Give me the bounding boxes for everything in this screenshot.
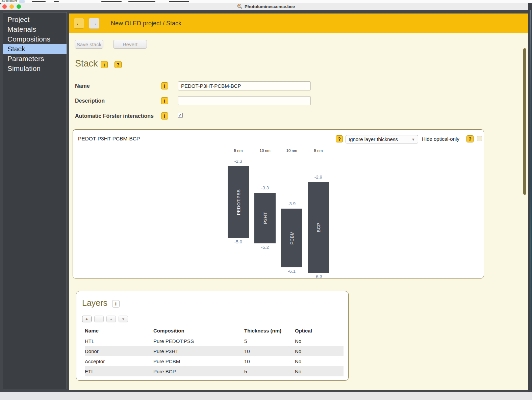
table-cell: 5 — [244, 369, 295, 374]
table-row[interactable]: DonorPure P3HT10No — [85, 346, 344, 356]
stack-diagram-panel: PEDOT-P3HT-PCBM-BCP ? Ignore layer thick… — [73, 129, 484, 278]
table-header-cell: Composition — [153, 328, 244, 334]
save-stack-button[interactable]: Save stack — [75, 40, 103, 49]
table-cell: HTL — [85, 338, 153, 344]
page-title: Stack — [75, 58, 98, 69]
energy-top-value: -3.9 — [278, 201, 305, 206]
table-cell: Pure BCP — [153, 369, 244, 374]
layer-thickness-label: 10 nm — [252, 149, 278, 153]
table-cell: 10 — [244, 348, 295, 354]
layer-name-label: PCBM — [289, 232, 294, 245]
layers-title: Layers — [82, 298, 107, 308]
table-cell: No — [295, 348, 344, 354]
table-cell: No — [295, 338, 344, 344]
revert-button[interactable]: Revert — [113, 40, 147, 49]
layer-name-label: PEDOT:PSS — [236, 189, 241, 215]
hide-optical-only-label: Hide optical-only — [422, 136, 459, 142]
sidebar-item-simulation[interactable]: Simulation — [3, 63, 67, 73]
background-text-fragment — [32, 1, 46, 2]
info-icon[interactable]: i — [161, 97, 168, 104]
name-input[interactable] — [178, 81, 311, 90]
table-cell: Pure P3HT — [153, 348, 244, 354]
layers-panel: Layers i + − ▲ ▼ NameCompositionThicknes… — [76, 291, 349, 381]
sidebar-item-compositions[interactable]: Compositions — [3, 34, 67, 44]
energy-bar-p3ht: P3HT — [254, 193, 276, 243]
table-header-cell: Name — [85, 328, 153, 334]
layers-table: NameCompositionThickness (nm)OpticalHTLP… — [85, 325, 344, 376]
dropdown-value: Ignore layer thickness — [349, 136, 398, 142]
remove-layer-button[interactable]: − — [94, 316, 104, 322]
energy-bottom-value: -6.1 — [278, 269, 305, 274]
table-cell: Donor — [85, 348, 153, 354]
energy-top-value: -2.3 — [225, 159, 252, 164]
triangle-up-icon: ▲ — [109, 317, 113, 321]
table-cell: ETL — [85, 369, 153, 374]
content-area: ← → New OLED project / Stack Save stack … — [69, 14, 528, 390]
layer-thickness-label: 5 nm — [225, 149, 252, 153]
table-cell: Pure PEDOT:PSS — [153, 338, 244, 344]
background-text-fragment — [54, 1, 59, 2]
sidebar-item-materials[interactable]: Materials — [3, 24, 67, 34]
energy-bottom-value: -6.3 — [305, 274, 332, 279]
background-ui-fragment — [19, 0, 25, 3]
table-cell: 5 — [244, 338, 295, 344]
name-label: Name — [75, 83, 90, 89]
sidebar-item-project[interactable]: Project — [3, 15, 67, 24]
table-cell: Acceptor — [85, 358, 153, 364]
background-window-sliver: available — [0, 0, 532, 3]
vertical-scrollbar-thumb[interactable] — [523, 48, 526, 195]
table-cell: 10 — [244, 358, 295, 364]
sidebar-item-stack[interactable]: Stack — [3, 44, 67, 54]
energy-bar-pedot:pss: PEDOT:PSS — [228, 166, 249, 238]
window-frame: ProjectMaterialsCompositionsStackParamet… — [0, 10, 532, 392]
info-icon[interactable]: i — [112, 300, 120, 308]
description-input[interactable] — [178, 96, 311, 105]
help-icon[interactable]: ? — [336, 135, 343, 142]
window-bottom-bar — [0, 392, 532, 400]
info-icon[interactable]: i — [161, 82, 168, 89]
move-layer-up-button[interactable]: ▲ — [106, 316, 116, 322]
sidebar-item-parameters[interactable]: Parameters — [3, 54, 67, 63]
table-cell: Pure PCBM — [153, 358, 244, 364]
energy-bottom-value: -5.0 — [225, 239, 252, 244]
layer-name-label: P3HT — [262, 212, 268, 224]
help-icon[interactable]: ? — [466, 135, 474, 142]
background-text-fragment — [169, 1, 189, 2]
table-row[interactable]: ETLPure BCP5No — [85, 366, 344, 376]
page-header-bar: ← → New OLED project / Stack — [69, 14, 528, 33]
table-header-cell: Optical — [295, 328, 344, 334]
sidebar-nav: ProjectMaterialsCompositionsStackParamet… — [3, 12, 67, 389]
forward-button[interactable]: → — [89, 18, 99, 29]
triangle-down-icon: ▼ — [122, 317, 125, 321]
window-titlebar: Photoluminescence.bee — [0, 3, 532, 10]
energy-top-value: -3.3 — [252, 185, 278, 190]
description-label: Description — [75, 98, 105, 104]
energy-top-value: -2.9 — [305, 175, 332, 180]
move-layer-down-button[interactable]: ▼ — [119, 316, 128, 322]
table-header-cell: Thickness (nm) — [244, 328, 295, 334]
info-icon[interactable]: i — [161, 112, 168, 119]
energy-bar-pcbm: PCBM — [281, 209, 302, 267]
table-row[interactable]: AcceptorPure PCBM10No — [85, 356, 344, 366]
table-cell: No — [295, 369, 344, 374]
hide-optical-only-checkbox[interactable] — [477, 136, 482, 141]
forster-checkbox[interactable]: ✓ — [178, 113, 183, 118]
energy-bottom-value: -5.2 — [252, 245, 278, 250]
layer-thickness-dropdown[interactable]: Ignore layer thickness ▼ — [346, 135, 418, 143]
desktop-background-sliver — [530, 10, 531, 392]
layer-thickness-label: 5 nm — [305, 149, 332, 153]
background-text-fragment — [101, 1, 122, 2]
table-row[interactable]: HTLPure PEDOT:PSS5No — [85, 336, 344, 346]
add-layer-button[interactable]: + — [82, 316, 92, 322]
app-document-icon — [237, 4, 243, 9]
breadcrumb: New OLED project / Stack — [111, 14, 181, 33]
layer-name-label: BCP — [316, 223, 321, 232]
energy-bar-bcp: BCP — [308, 182, 329, 273]
info-icon[interactable]: i — [101, 61, 108, 68]
chevron-down-icon: ▼ — [411, 137, 415, 141]
help-icon[interactable]: ? — [115, 61, 122, 68]
forster-label: Automatic Förster interactions — [75, 113, 154, 119]
back-button[interactable]: ← — [74, 18, 84, 29]
table-header-row: NameCompositionThickness (nm)Optical — [85, 325, 344, 336]
table-cell: No — [295, 358, 344, 364]
